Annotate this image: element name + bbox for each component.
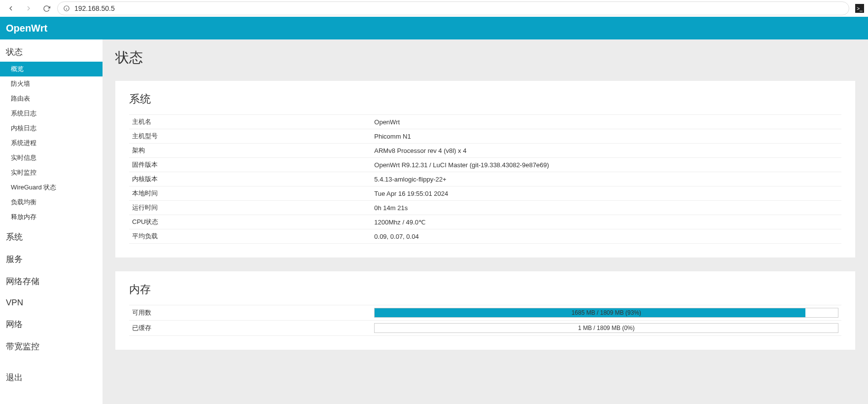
address-bar[interactable]: 192.168.50.5 xyxy=(57,1,849,15)
back-button[interactable] xyxy=(4,1,18,15)
row-key: 运行时间 xyxy=(129,201,371,215)
row-value: OpenWrt xyxy=(371,115,841,129)
row-key: 固件版本 xyxy=(129,158,371,172)
progress-label: 1 MB / 1809 MB (0%) xyxy=(375,324,838,332)
sidebar-section-status[interactable]: 状态 xyxy=(0,39,103,62)
progress-bar: 1685 MB / 1809 MB (93%) xyxy=(374,308,838,318)
table-row: 已缓存1 MB / 1809 MB (0%) xyxy=(129,321,841,336)
sidebar-logout[interactable]: 退出 xyxy=(0,365,103,387)
browser-chrome-bar: 192.168.50.5 >_ xyxy=(0,0,868,17)
url-text: 192.168.50.5 xyxy=(74,4,115,12)
table-row: 平均负载0.09, 0.07, 0.04 xyxy=(129,229,841,244)
table-row: 可用数1685 MB / 1809 MB (93%) xyxy=(129,305,841,321)
memory-card-title: 内存 xyxy=(129,282,841,297)
system-table: 主机名OpenWrt主机型号Phicomm N1架构ARMv8 Processo… xyxy=(129,114,841,244)
brand-text[interactable]: OpenWrt xyxy=(6,23,47,34)
memory-card: 内存 可用数1685 MB / 1809 MB (93%)已缓存1 MB / 1… xyxy=(115,271,855,350)
extension-icon[interactable]: >_ xyxy=(855,4,864,13)
row-key: 架构 xyxy=(129,144,371,158)
sidebar-item-routes[interactable]: 路由表 xyxy=(0,91,103,106)
row-key: 主机型号 xyxy=(129,129,371,144)
reload-button[interactable] xyxy=(39,1,53,15)
row-value: 1 MB / 1809 MB (0%) xyxy=(371,321,841,336)
table-row: 本地时间Tue Apr 16 19:55:01 2024 xyxy=(129,186,841,201)
system-card-title: 系统 xyxy=(129,92,841,107)
forward-button[interactable] xyxy=(22,1,35,15)
table-row: 主机型号Phicomm N1 xyxy=(129,129,841,144)
app-header: OpenWrt xyxy=(0,17,868,39)
row-value: OpenWrt R9.12.31 / LuCI Master (git-19.3… xyxy=(371,158,841,172)
row-value: Tue Apr 16 19:55:01 2024 xyxy=(371,186,841,201)
row-value: 1200Mhz / 49.0℃ xyxy=(371,215,841,229)
sidebar-item-kernellog[interactable]: 内核日志 xyxy=(0,121,103,136)
site-info-icon[interactable] xyxy=(63,4,70,12)
table-row: CPU状态1200Mhz / 49.0℃ xyxy=(129,215,841,229)
row-value: 0.09, 0.07, 0.04 xyxy=(371,229,841,244)
sidebar-item-syslog[interactable]: 系统日志 xyxy=(0,106,103,121)
sidebar-item-processes[interactable]: 系统进程 xyxy=(0,136,103,150)
row-value: Phicomm N1 xyxy=(371,129,841,144)
sidebar: 状态 概览 防火墙 路由表 系统日志 内核日志 系统进程 实时信息 实时监控 W… xyxy=(0,39,103,404)
row-value: ARMv8 Processor rev 4 (v8l) x 4 xyxy=(371,144,841,158)
sidebar-section-system[interactable]: 系统 xyxy=(0,224,103,247)
sidebar-section-vpn[interactable]: VPN xyxy=(0,291,103,312)
row-key: 平均负载 xyxy=(129,229,371,244)
table-row: 架构ARMv8 Processor rev 4 (v8l) x 4 xyxy=(129,144,841,158)
row-key: CPU状态 xyxy=(129,215,371,229)
sidebar-item-loadbalance[interactable]: 负载均衡 xyxy=(0,195,103,210)
sidebar-item-realtime-info[interactable]: 实时信息 xyxy=(0,150,103,165)
main-content: 状态 系统 主机名OpenWrt主机型号Phicomm N1架构ARMv8 Pr… xyxy=(103,39,868,404)
row-key: 主机名 xyxy=(129,115,371,129)
sidebar-item-realtime-monitor[interactable]: 实时监控 xyxy=(0,165,103,180)
table-row: 运行时间0h 14m 21s xyxy=(129,201,841,215)
sidebar-item-freemem[interactable]: 释放内存 xyxy=(0,210,103,224)
sidebar-section-services[interactable]: 服务 xyxy=(0,247,103,269)
row-value: 1685 MB / 1809 MB (93%) xyxy=(371,305,841,321)
progress-bar: 1 MB / 1809 MB (0%) xyxy=(374,323,838,333)
row-key: 内核版本 xyxy=(129,172,371,186)
sidebar-item-overview[interactable]: 概览 xyxy=(0,62,103,76)
table-row: 固件版本OpenWrt R9.12.31 / LuCI Master (git-… xyxy=(129,158,841,172)
sidebar-section-nas[interactable]: 网络存储 xyxy=(0,269,103,291)
sidebar-item-firewall[interactable]: 防火墙 xyxy=(0,76,103,91)
sidebar-section-bandwidth[interactable]: 带宽监控 xyxy=(0,334,103,356)
memory-table: 可用数1685 MB / 1809 MB (93%)已缓存1 MB / 1809… xyxy=(129,305,841,336)
row-value: 5.4.13-amlogic-flippy-22+ xyxy=(371,172,841,186)
row-key: 已缓存 xyxy=(129,321,371,336)
system-card: 系统 主机名OpenWrt主机型号Phicomm N1架构ARMv8 Proce… xyxy=(115,81,855,257)
row-key: 本地时间 xyxy=(129,186,371,201)
progress-label: 1685 MB / 1809 MB (93%) xyxy=(375,308,838,317)
sidebar-section-network[interactable]: 网络 xyxy=(0,312,103,334)
row-key: 可用数 xyxy=(129,305,371,321)
table-row: 内核版本5.4.13-amlogic-flippy-22+ xyxy=(129,172,841,186)
page-title: 状态 xyxy=(115,48,855,67)
table-row: 主机名OpenWrt xyxy=(129,115,841,129)
row-value: 0h 14m 21s xyxy=(371,201,841,215)
sidebar-item-wireguard[interactable]: WireGuard 状态 xyxy=(0,180,103,195)
